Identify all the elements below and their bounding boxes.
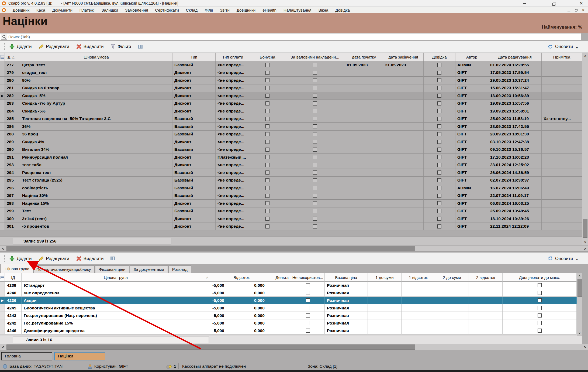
column-chooser-icon[interactable] [0, 53, 5, 61]
checkbox-unchecked[interactable] [313, 178, 317, 182]
checkbox-unchecked[interactable] [437, 163, 441, 167]
column-header-start[interactable]: дата початку [345, 53, 383, 61]
checkbox-unchecked[interactable] [265, 194, 269, 198]
checkbox-unchecked[interactable] [313, 170, 317, 175]
checkbox-unchecked[interactable] [313, 71, 317, 75]
checkbox-unchecked[interactable] [313, 155, 317, 159]
column-header-end[interactable]: дата закінчення [383, 53, 424, 61]
checkbox-unchecked[interactable] [265, 86, 269, 90]
scroll-right-arrow[interactable]: > [582, 344, 588, 350]
table-row-4246[interactable]: 4246Дезинфицирующие средства-5,0000,000Р… [0, 327, 577, 335]
checkbox-unchecked[interactable] [538, 329, 542, 333]
checkbox-unchecked[interactable] [538, 298, 542, 302]
table-row-298[interactable]: 298Наценка 15%Дисконт<не опреде...GIFT06… [0, 200, 582, 207]
table-row-4236[interactable]: ▶4236Акции-5,0000,000Розничная [0, 297, 577, 304]
table-row-283[interactable]: 283Скидка -7% by АртурДисконт<не опреде.… [0, 100, 582, 108]
menu-item-налаштування[interactable]: Налаштування [280, 8, 315, 12]
checkbox-unchecked[interactable] [265, 63, 269, 67]
checkbox-unchecked[interactable] [437, 78, 441, 82]
table-row-286[interactable]: 28636%Базовый<не опреде...GIFT28.09.2023… [0, 123, 582, 131]
checkbox-unchecked[interactable] [265, 201, 269, 205]
table-row-4240[interactable]: 4240<не определено>-5,0000,000Розничная [0, 289, 577, 297]
table-row-295[interactable]: 295Тест столица (2525)Базовый<не опреде.… [0, 177, 582, 185]
checkbox-unchecked[interactable] [265, 163, 269, 167]
column-header-type[interactable]: Тип [172, 53, 216, 61]
checkbox-unchecked[interactable] [313, 194, 317, 198]
checkbox-unchecked[interactable] [265, 109, 269, 113]
table-row-4239[interactable]: 4239!Стандарт-5,0000,000Розничная [0, 282, 577, 289]
column-header-not_used[interactable]: Не використов... [291, 273, 325, 282]
checkbox-unchecked[interactable] [265, 117, 269, 121]
checkbox-unchecked[interactable] [265, 148, 269, 152]
checkbox-unchecked[interactable] [265, 71, 269, 75]
checkbox-unchecked[interactable] [306, 329, 310, 333]
checkbox-unchecked[interactable] [437, 170, 441, 175]
tab-за-документами[interactable]: За документами [130, 265, 168, 273]
checkbox-unchecked[interactable] [437, 86, 441, 90]
refresh-button[interactable]: Оновити ▾ [548, 44, 578, 50]
menu-item-замовлення[interactable]: Замовлення [122, 8, 151, 12]
checkbox-unchecked[interactable] [313, 201, 317, 205]
table-row-288[interactable]: 28836 процБазовый<не опреде...GIFT28.09.… [0, 131, 582, 138]
table-row-280[interactable]: 28080%Дисконт<не опреде...GIFT29.05.2023… [0, 77, 582, 84]
table-row-4242[interactable]: 4242Гос.регулирование 15%-5,0000,000Розн… [0, 319, 577, 327]
column-header-edited[interactable]: Дата редагування [488, 53, 542, 61]
column-header-p1[interactable]: 1 відсоток [402, 273, 435, 282]
checkbox-unchecked[interactable] [313, 94, 317, 98]
checkbox-unchecked[interactable] [313, 148, 317, 152]
checkbox-unchecked[interactable] [313, 163, 317, 167]
checkbox-unchecked[interactable] [437, 101, 441, 105]
table-row-299[interactable]: 299ТестБазовый<не опреде...GIFT25.09.202… [0, 207, 582, 215]
column-header-gross[interactable]: За валовими накладенн... [285, 53, 345, 61]
column-header-base[interactable]: Базова ціна [325, 273, 368, 282]
checkbox-unchecked[interactable] [437, 140, 441, 144]
checkbox-unchecked[interactable] [313, 117, 317, 121]
table-row-284[interactable]: 284Скидка -5%Дисконт<не опреде...GIFT19.… [0, 107, 582, 115]
table-row-301[interactable]: 301-5 процентовДисконт<не опреде...GIFT2… [0, 223, 582, 231]
mdi-minimize-button[interactable]: ▁ [568, 8, 570, 12]
column-header-percent[interactable]: Відсоток [210, 273, 252, 282]
table-row-4245[interactable]: 4245Биологически активные вещества-5,000… [0, 304, 577, 312]
column-header-group[interactable]: Цінова група△ [22, 273, 210, 282]
checkbox-unchecked[interactable] [437, 224, 441, 228]
table-row-4243[interactable]: 4243Гос.регулирование (Нац. перечень)-5,… [0, 312, 577, 319]
scrollbar-thumb[interactable] [6, 344, 415, 350]
tab-цінова-група[interactable]: Цінова група [1, 264, 34, 273]
menu-item-залишки[interactable]: Залишки [98, 8, 122, 12]
toolbar-grip[interactable] [4, 43, 5, 50]
checkbox-unchecked[interactable] [313, 86, 317, 90]
table-row-277[interactable]: 277цитра_тестБазовый<не опреде...01.05.2… [0, 61, 582, 69]
column-header-bonus[interactable]: Бонусна [250, 53, 285, 61]
checkbox-unchecked[interactable] [437, 155, 441, 159]
checkbox-unchecked[interactable] [437, 63, 441, 67]
column-header-max[interactable]: Дооцінювати до макс. [503, 273, 577, 282]
window-tab-націнки[interactable]: Націнки [54, 352, 105, 360]
table-row-300[interactable]: 3003+1=4 (тест)Дисконт<не опреде...GIFT1… [0, 215, 582, 223]
menu-item-довідник[interactable]: Довідник [9, 8, 33, 12]
checkbox-unchecked[interactable] [538, 291, 542, 295]
column-chooser-icon[interactable] [0, 273, 5, 282]
close-button[interactable]: ✕ [577, 0, 586, 7]
column-header-name[interactable]: Цінова умова [20, 53, 172, 61]
column-header-s2[interactable]: 2 до суми [435, 273, 469, 282]
table-row-281[interactable]: 281Скидка на 6 товарДисконт<не опреде...… [0, 84, 582, 92]
table-row-290[interactable]: 290Виталий 34%Базовый<не опреде...GIFT09… [0, 146, 582, 154]
tab-фіксовані-ціни[interactable]: Фіксовані ціни [95, 265, 129, 273]
table-row-291[interactable]: 291Реинбурсация полнаяДисконтПлатежный .… [0, 153, 582, 161]
checkbox-unchecked[interactable] [437, 194, 441, 198]
checkbox-unchecked[interactable] [265, 101, 269, 105]
column-header-pay[interactable]: Тип оплати [216, 53, 250, 61]
column-options-button[interactable] [138, 45, 143, 49]
scroll-left-arrow[interactable]: < [0, 246, 6, 252]
checkbox-unchecked[interactable] [313, 186, 317, 190]
checkbox-unchecked[interactable] [265, 170, 269, 175]
search-box[interactable] [0, 33, 581, 40]
menu-item-ehealth[interactable]: eHealth [259, 8, 280, 12]
checkbox-unchecked[interactable] [313, 124, 317, 128]
checkbox-unchecked[interactable] [538, 306, 542, 310]
checkbox-unchecked[interactable] [437, 109, 441, 113]
scroll-down-arrow[interactable]: ∨ [577, 331, 582, 335]
checkbox-unchecked[interactable] [437, 132, 441, 136]
scrollbar-thumb[interactable] [583, 219, 587, 238]
refresh-dropdown-caret[interactable]: ▾ [576, 258, 578, 261]
